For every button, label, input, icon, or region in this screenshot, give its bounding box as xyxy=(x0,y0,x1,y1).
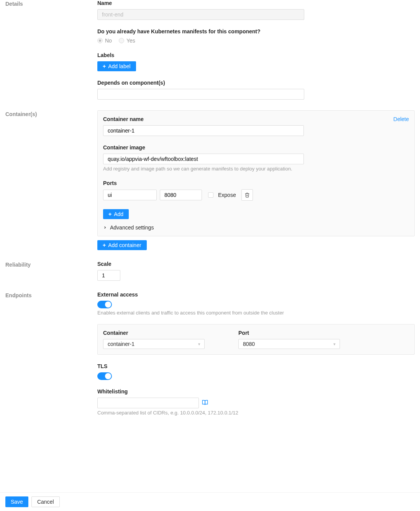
port-number-input[interactable] xyxy=(160,190,202,200)
whitelisting-input[interactable] xyxy=(97,398,199,408)
depends-input[interactable] xyxy=(97,89,304,100)
endpoint-container-select[interactable]: container-1 ▾ xyxy=(103,339,205,349)
container-name-input[interactable] xyxy=(103,125,304,136)
delete-container-link[interactable]: Delete xyxy=(394,116,409,122)
depends-label: Depends on component(s) xyxy=(97,80,415,86)
scale-label: Scale xyxy=(97,261,415,267)
container-name-label: Container name xyxy=(103,116,409,122)
tls-label: TLS xyxy=(97,363,415,369)
advanced-settings-toggle[interactable]: Advanced settings xyxy=(103,224,409,231)
trash-icon xyxy=(244,192,250,198)
add-label-button[interactable]: + Add label xyxy=(97,61,136,71)
plus-icon: + xyxy=(103,64,106,69)
container-image-label: Container image xyxy=(103,144,409,151)
external-access-label: External access xyxy=(97,292,415,298)
tls-toggle[interactable] xyxy=(97,372,112,380)
name-input xyxy=(97,9,304,20)
endpoint-container-label: Container xyxy=(103,330,205,336)
whitelisting-hint: Comma-separated list of CIDRs, e.g. 10.0… xyxy=(97,410,415,416)
chevron-down-icon: ▾ xyxy=(198,342,200,347)
container-card: Delete Container name Container image Ad… xyxy=(97,110,415,236)
container-image-hint: Add registry and image path so we can ge… xyxy=(103,166,409,172)
scale-input[interactable] xyxy=(97,270,120,281)
expose-checkbox[interactable] xyxy=(208,192,213,198)
section-endpoints: Endpoints xyxy=(5,292,97,416)
endpoint-card: Container container-1 ▾ Port 8080 ▾ xyxy=(97,324,415,355)
plus-icon: + xyxy=(108,211,112,217)
add-container-button[interactable]: + Add container xyxy=(97,240,147,250)
ports-label: Ports xyxy=(103,180,409,186)
plus-icon: + xyxy=(103,242,106,248)
port-name-input[interactable] xyxy=(103,190,157,200)
name-label: Name xyxy=(97,0,415,6)
labels-heading: Labels xyxy=(97,52,415,58)
radio-yes: Yes xyxy=(119,38,135,44)
external-access-toggle[interactable] xyxy=(97,301,112,308)
expose-label: Expose xyxy=(218,192,236,198)
book-icon[interactable] xyxy=(202,400,208,407)
whitelisting-label: Whitelisting xyxy=(97,388,415,395)
endpoint-port-label: Port xyxy=(238,330,340,336)
manifests-question: Do you already have Kubernetes manifests… xyxy=(97,28,415,34)
external-access-hint: Enables external clients and traffic to … xyxy=(97,310,415,316)
section-containers: Container(s) xyxy=(5,110,97,250)
delete-port-button[interactable] xyxy=(241,189,253,201)
add-port-button[interactable]: + Add xyxy=(103,209,129,219)
chevron-down-icon: ▾ xyxy=(333,342,336,347)
radio-no: No xyxy=(97,38,112,44)
section-reliability: Reliability xyxy=(5,261,97,281)
chevron-right-icon xyxy=(103,224,107,231)
endpoint-port-select[interactable]: 8080 ▾ xyxy=(238,339,340,349)
container-image-input[interactable] xyxy=(103,154,304,164)
section-details: Details xyxy=(5,0,97,100)
